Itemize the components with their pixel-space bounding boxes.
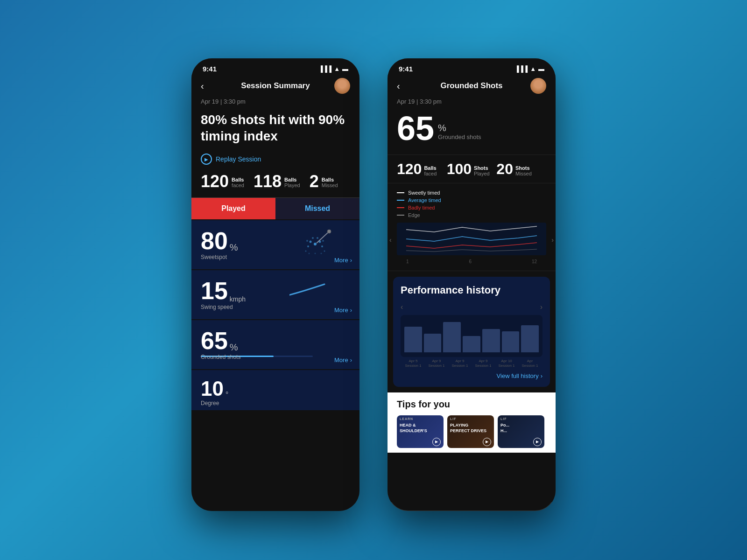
balls-faced-label1: Balls — [232, 177, 244, 182]
chart-left-nav[interactable]: ‹ — [389, 236, 392, 244]
tabs: Played Missed — [191, 198, 359, 219]
degree-unit: ° — [226, 391, 228, 399]
swing-speed-unit: kmph — [230, 295, 246, 303]
tip-play-1[interactable]: ▶ — [432, 438, 441, 446]
chart-legend: Sweetly timed Average timed Badly timed … — [397, 190, 546, 218]
tip-play-3[interactable]: ▶ — [533, 438, 542, 446]
right-nav-bar: ‹ Grounded Shots — [388, 77, 556, 96]
detail-played-num: 100 — [447, 161, 472, 176]
tab-missed[interactable]: Missed — [275, 198, 359, 219]
detail-balls-l1: Balls — [424, 165, 437, 171]
perf-bar-5 — [482, 329, 500, 352]
degree-card[interactable]: 10 ° Degree — [191, 370, 359, 410]
perf-nav-left[interactable]: ‹ — [401, 303, 403, 311]
right-signal-icon: ▐▐▐ — [514, 65, 528, 72]
detail-balls-l2: faced — [424, 171, 437, 176]
balls-played-label2: Played — [284, 182, 300, 188]
grounded-shots-card[interactable]: 65 % Grounded shots More› — [191, 320, 359, 369]
perf-bar-7 — [521, 325, 539, 352]
detail-big-number: 65 — [397, 112, 434, 145]
grounded-shots-number: 65 — [201, 329, 228, 353]
perf-bar-3 — [443, 322, 461, 352]
avatar-face — [334, 78, 350, 94]
detail-missed-num: 20 — [496, 161, 513, 176]
right-avatar[interactable] — [530, 78, 546, 94]
detail-hero: 65 % Grounded shots — [388, 112, 556, 154]
left-phone: 9:41 ▐▐▐ ▲ ▬ ‹ Session Summary Apr 19 | … — [191, 58, 359, 511]
view-history-button[interactable]: View full history › — [401, 372, 543, 379]
tab-played[interactable]: Played — [191, 198, 275, 219]
svg-point-5 — [317, 237, 318, 239]
swing-speed-visual — [289, 282, 327, 298]
sweetspot-card[interactable]: 80 % Sweetspot — [191, 220, 359, 269]
right-wifi-icon: ▲ — [530, 65, 536, 72]
chart-area: Sweetly timed Average timed Badly timed … — [388, 183, 556, 271]
tip-tag-2: LIF — [447, 415, 494, 422]
balls-missed-number: 2 — [310, 173, 319, 190]
perf-date-4: Apr 9Session 1 — [472, 359, 494, 369]
perf-nav-right[interactable]: › — [540, 303, 543, 311]
detail-stat-missed: 20 Shots Missed — [496, 161, 546, 176]
detail-balls-num: 120 — [397, 161, 422, 176]
grounded-shots-unit: % — [230, 342, 238, 353]
perf-bar-1 — [404, 327, 422, 352]
cards-container: 80 % Sweetspot — [191, 219, 359, 411]
right-back-button[interactable]: ‹ — [397, 81, 400, 91]
tip-tag-3: LIF — [498, 415, 544, 422]
svg-point-0 — [314, 243, 317, 245]
perf-history-card: Performance history ‹ › Apr 5Session 1 — [393, 277, 550, 387]
wifi-icon: ▲ — [334, 65, 340, 72]
balls-faced-number: 120 — [201, 173, 229, 190]
sweetspot-label: Sweetspot — [201, 254, 350, 260]
sweetly-line — [397, 192, 404, 193]
detail-sublabel: Grounded shots — [438, 133, 481, 140]
svg-point-4 — [307, 245, 309, 247]
replay-label: Replay Session — [216, 155, 261, 163]
view-history-arrow: › — [541, 372, 543, 379]
chart-x-labels: 1 6 12 — [397, 257, 546, 264]
balls-played-stat: 118 Balls Played — [254, 173, 300, 190]
tips-section: Tips for you LEARN HEAD &SHOULDER'S ▶ LI… — [388, 392, 556, 453]
right-status-time: 9:41 — [399, 65, 413, 73]
left-avatar[interactable] — [334, 78, 350, 94]
left-nav-bar: ‹ Session Summary — [191, 77, 359, 96]
tip-card-3[interactable]: LIF Po...H... ▶ — [498, 415, 544, 448]
replay-icon: ▶ — [201, 154, 212, 165]
svg-point-7 — [322, 240, 324, 242]
balls-faced-label2: faced — [232, 182, 244, 188]
perf-bar-2 — [424, 334, 442, 352]
signal-icon: ▐▐▐ — [318, 65, 331, 72]
tip-card-1[interactable]: LEARN HEAD &SHOULDER'S ▶ — [397, 415, 444, 448]
chart-svg — [397, 223, 546, 255]
chart-x-12: 12 — [532, 259, 537, 264]
tip-label-2: PLAYINGPERFECT DRIVES — [447, 422, 494, 434]
perf-title: Performance history — [401, 284, 543, 296]
tip-play-2[interactable]: ▶ — [483, 438, 491, 446]
detail-missed-l1: Shots — [515, 165, 532, 171]
balls-missed-label2: Missed — [322, 182, 338, 188]
degree-label: Degree — [201, 400, 350, 406]
tip-card-2[interactable]: LIF PLAYINGPERFECT DRIVES ▶ — [447, 415, 494, 448]
replay-session-button[interactable]: ▶ Replay Session — [191, 154, 359, 173]
left-content: Apr 19 | 3:30 pm 80% shots hit with 90% … — [191, 96, 359, 511]
chart-right-nav[interactable]: › — [551, 236, 554, 244]
perf-bar-6 — [502, 331, 520, 352]
perf-date-labels: Apr 5Session 1 Apr 9Session 1 Apr 9Sessi… — [401, 359, 543, 369]
view-history-label: View full history — [497, 372, 539, 379]
tip-tag-1: LEARN — [397, 415, 444, 422]
sweetspot-unit: % — [230, 242, 238, 253]
right-status-bar: 9:41 ▐▐▐ ▲ ▬ — [388, 58, 556, 77]
session-headline: 80% shots hit with 90% timing index — [191, 110, 359, 154]
legend-average: Average timed — [397, 197, 546, 203]
svg-point-10 — [305, 250, 307, 252]
left-back-button[interactable]: ‹ — [201, 81, 204, 91]
legend-edge: Edge — [397, 212, 546, 218]
legend-sweetly-label: Sweetly timed — [408, 190, 440, 196]
legend-edge-label: Edge — [408, 212, 420, 218]
svg-point-3 — [321, 245, 323, 247]
swing-speed-label: Swing speed — [201, 304, 350, 310]
perf-date-3: Apr 9Session 1 — [449, 359, 471, 369]
tips-cards: LEARN HEAD &SHOULDER'S ▶ LIF PLAYINGPERF… — [397, 415, 546, 448]
swing-speed-card[interactable]: 15 kmph Swing speed More› — [191, 270, 359, 319]
legend-badly-label: Badly timed — [408, 205, 435, 210]
